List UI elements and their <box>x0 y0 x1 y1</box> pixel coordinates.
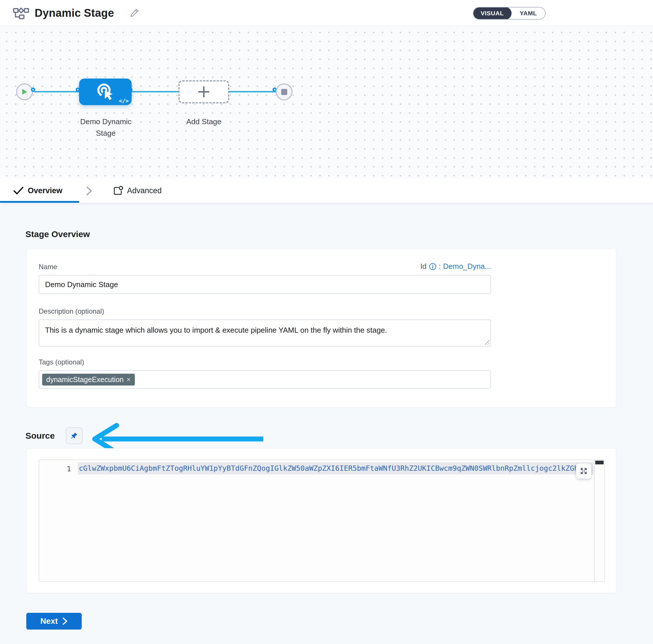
pipeline-edge <box>34 91 276 92</box>
name-label: Name <box>39 263 57 271</box>
stage-name-input[interactable] <box>39 275 491 294</box>
pin-icon <box>70 432 78 440</box>
tags-input[interactable]: dynamicStageExecution × <box>39 370 491 389</box>
pipeline-flow-icon <box>13 7 29 20</box>
chevron-right-icon <box>62 617 68 625</box>
line-number: 1 <box>39 463 71 475</box>
add-stage-label: Add Stage <box>175 116 233 127</box>
edit-title-icon[interactable] <box>129 8 139 18</box>
pipeline-start-node[interactable] <box>16 84 33 100</box>
stop-icon <box>281 89 287 95</box>
stage-overview-heading: Stage Overview <box>25 229 90 239</box>
pipeline-end-node[interactable] <box>276 84 292 100</box>
tag-text: dynamicStageExecution <box>46 376 124 384</box>
stage-config-page: Dynamic Stage VISUAL YAML </> <box>0 0 653 644</box>
editor-scrollbar-thumb[interactable] <box>595 461 604 464</box>
fullscreen-icon <box>580 467 587 475</box>
add-stage-node[interactable] <box>178 80 229 103</box>
remove-tag-icon[interactable]: × <box>126 376 131 384</box>
tag-chip: dynamicStageExecution × <box>42 374 135 385</box>
expand-editor-button[interactable] <box>576 463 591 479</box>
stage-overview-card: Name Id : Demo_Dyna... Description (opti… <box>26 249 616 407</box>
code-text: cGlwZWxpbmU6CiAgbmFtZTogRHluYW1pYyBTdGFn… <box>78 462 594 475</box>
tags-label: Tags (optional) <box>39 358 604 366</box>
toggle-visual[interactable]: VISUAL <box>473 7 511 20</box>
tab-overview-label: Overview <box>28 178 62 203</box>
code-badge: </> <box>119 98 129 104</box>
id-value-link[interactable]: Demo_Dyna... <box>443 262 491 271</box>
advanced-gear-icon <box>113 185 124 196</box>
check-icon <box>13 186 24 195</box>
toggle-yaml[interactable]: YAML <box>511 7 545 19</box>
id-colon: : <box>439 262 441 271</box>
active-tab-underline <box>0 201 79 203</box>
play-icon <box>22 89 27 95</box>
visual-yaml-toggle[interactable]: VISUAL YAML <box>473 7 546 20</box>
stage-id: Id : Demo_Dyna... <box>420 262 491 271</box>
next-button[interactable]: Next <box>26 613 82 629</box>
id-label: Id <box>420 262 427 271</box>
stage-node-label: Demo Dynamic Stage <box>73 116 138 139</box>
resize-handle[interactable] <box>485 340 490 345</box>
tab-advanced-label: Advanced <box>127 178 162 203</box>
chevron-right-icon <box>86 186 93 196</box>
yaml-source-editor[interactable]: 1 cGlwZWxpbmU6CiAgbmFtZTogRHluYW1pYyBTdG… <box>39 459 605 582</box>
dynamic-stage-click-icon <box>96 82 115 102</box>
info-icon[interactable] <box>429 263 436 270</box>
header: Dynamic Stage VISUAL YAML <box>0 0 653 26</box>
next-button-label: Next <box>41 617 58 626</box>
description-textarea[interactable]: This is a dynamic stage which allows you… <box>39 319 491 347</box>
plus-icon <box>197 85 211 98</box>
connector-dot <box>31 88 35 92</box>
stage-node-demo-dynamic-stage[interactable]: </> <box>79 78 131 105</box>
tab-overview[interactable]: Overview <box>0 178 79 203</box>
source-heading: Source <box>25 431 55 441</box>
pipeline-canvas[interactable]: </> Demo Dynamic Stage Add Stage <box>0 26 653 178</box>
description-label: Description (optional) <box>39 307 604 315</box>
pin-source-button[interactable] <box>66 427 82 444</box>
stage-tabbar: Overview Advanced <box>0 178 653 203</box>
page-title: Dynamic Stage <box>34 0 114 26</box>
source-card: 1 cGlwZWxpbmU6CiAgbmFtZTogRHluYW1pYyBTdG… <box>26 448 616 593</box>
editor-scrollbar-track[interactable] <box>594 460 595 581</box>
selected-code-line[interactable]: cGlwZWxpbmU6CiAgbmFtZTogRHluYW1pYyBTdGFn… <box>78 462 594 475</box>
